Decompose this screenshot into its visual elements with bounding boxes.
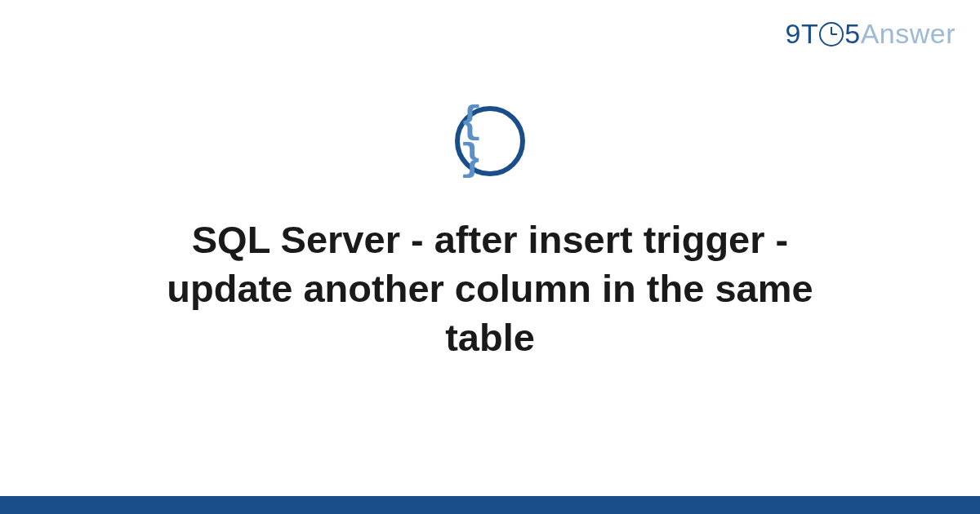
logo-5-text: 5 xyxy=(844,18,860,50)
footer-bar xyxy=(0,496,980,514)
logo-9t-text: 9T xyxy=(786,18,819,50)
page-title: SQL Server - after insert trigger - upda… xyxy=(98,215,882,362)
main-content: { } SQL Server - after insert trigger - … xyxy=(0,106,980,362)
logo-answer-text: Answer xyxy=(861,18,956,50)
site-logo: 9T 5 Answer xyxy=(786,18,956,50)
clock-icon xyxy=(819,22,844,47)
braces-glyph: { } xyxy=(460,104,520,179)
code-braces-icon: { } xyxy=(455,106,525,176)
